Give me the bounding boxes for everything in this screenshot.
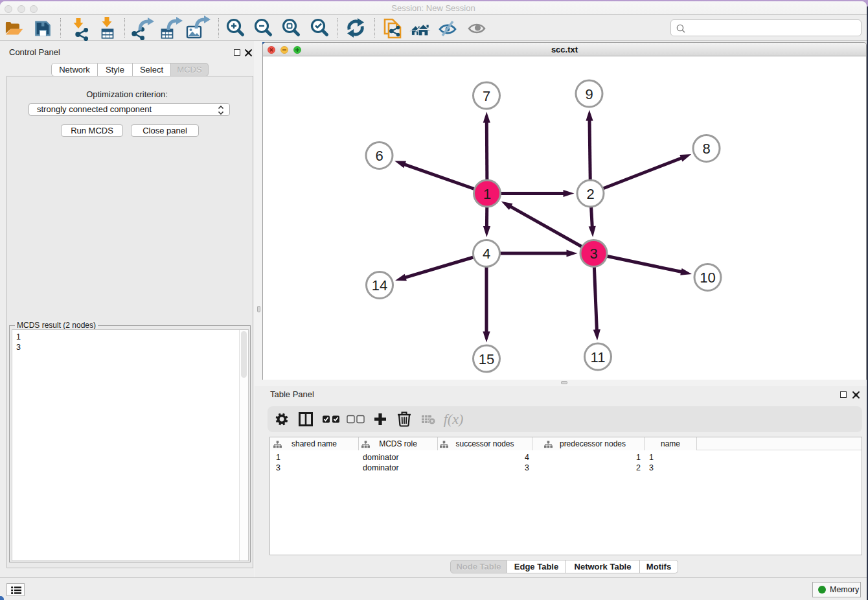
svg-text:1: 1: [483, 186, 491, 202]
svg-text:7: 7: [483, 88, 490, 104]
svg-text:f(x): f(x): [444, 411, 464, 427]
svg-text:4: 4: [483, 246, 490, 262]
svg-text:15: 15: [479, 351, 494, 367]
svg-text:9: 9: [585, 86, 593, 102]
svg-text:14: 14: [372, 277, 387, 294]
svg-text:3: 3: [589, 246, 597, 262]
svg-text:10: 10: [700, 270, 715, 286]
svg-text:2: 2: [586, 186, 594, 202]
svg-text:6: 6: [375, 148, 383, 164]
svg-text:11: 11: [591, 349, 606, 365]
svg-text:8: 8: [702, 141, 710, 157]
